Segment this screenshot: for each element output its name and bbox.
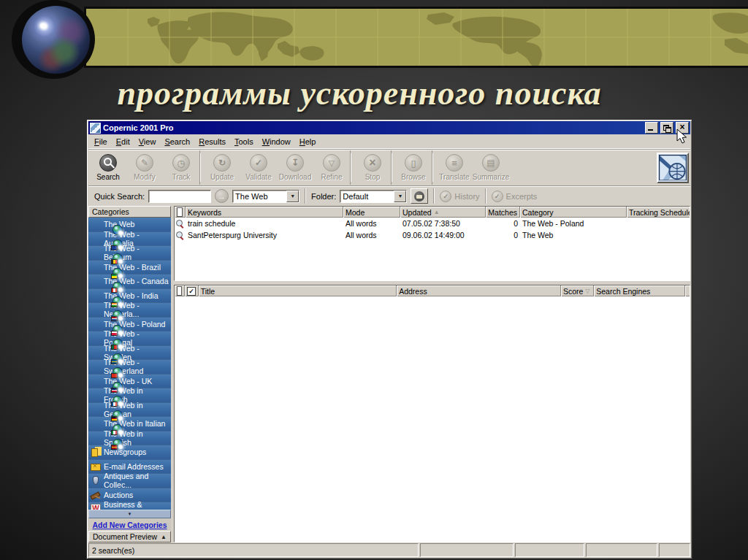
categories-header: Categories	[88, 206, 171, 218]
folder-button[interactable]	[411, 188, 428, 204]
menu-item[interactable]: Tools	[230, 136, 258, 147]
status-bar: 2 search(es)	[88, 543, 690, 557]
country-flag-icon	[111, 416, 118, 421]
scroll-down-button[interactable]: ▼	[88, 510, 171, 518]
menu-item[interactable]: Edit	[112, 136, 134, 147]
window-titlebar[interactable]: Copernic 2001 Pro	[88, 121, 690, 134]
menu-item[interactable]: Window	[258, 136, 295, 147]
checkbox-checked-icon[interactable]: ✓	[187, 287, 195, 296]
category-globe-icon	[91, 490, 101, 500]
category-item[interactable]: The Web in German	[88, 403, 171, 418]
category-globe-icon	[112, 282, 123, 292]
sort-desc-icon: ▽	[585, 288, 589, 294]
status-panel	[420, 543, 514, 557]
minimize-button[interactable]	[645, 122, 658, 134]
chevron-down-icon[interactable]: ▼	[286, 191, 299, 202]
category-globe-icon	[112, 353, 123, 364]
column-category[interactable]: Category	[520, 207, 627, 218]
mouse-cursor	[676, 129, 688, 145]
toolbar-button[interactable]: Download	[277, 150, 313, 185]
search-row[interactable]: train schedule All words 07.05.02 7:38:5…	[175, 218, 690, 229]
toolbar-button[interactable]: Translate	[436, 150, 473, 185]
toolbar-button[interactable]: Track	[163, 150, 200, 185]
toolbar-button-icon	[482, 154, 500, 172]
category-globe-icon	[112, 339, 123, 349]
toolbar-button[interactable]: Stop	[354, 150, 392, 185]
doc-column-header[interactable]	[175, 285, 185, 296]
cell-category: The Web	[520, 231, 627, 239]
menu-item[interactable]: File	[90, 136, 112, 147]
category-item[interactable]: Antiques and Collec...	[88, 474, 171, 488]
category-label: Auctions	[104, 491, 133, 499]
search-row[interactable]: SantPeterspurg University All words 09.0…	[175, 229, 690, 241]
quick-search-input[interactable]	[148, 190, 211, 203]
toolbar-button[interactable]: Search	[90, 150, 126, 185]
category-item[interactable]: The Web in Spanish	[88, 431, 171, 446]
results-grid: ✓ Title Address Score▽ Search Engines	[174, 285, 690, 542]
toolbar-button-label: Translate	[439, 173, 469, 181]
copernic-logo-button[interactable]	[657, 153, 689, 183]
cell-updated: 07.05.02 7:38:50	[400, 219, 486, 228]
column-mode[interactable]: Mode	[343, 207, 400, 218]
content-area: Categories The Web	[88, 206, 690, 542]
search-scope-select[interactable]: The Web ▼	[232, 190, 299, 203]
column-matches[interactable]: Matches	[486, 207, 520, 218]
category-globe-icon	[112, 239, 123, 250]
add-new-categories-link[interactable]: Add New Categories	[92, 521, 167, 529]
toolbar-button[interactable]: Update	[204, 150, 240, 185]
toolbar-button-icon	[446, 154, 463, 172]
toolbar-button[interactable]: Modify	[126, 150, 163, 185]
toolbar-button[interactable]: Browse	[395, 150, 432, 185]
column-search-engines[interactable]: Search Engines	[594, 285, 685, 296]
menu-item[interactable]: View	[134, 136, 161, 147]
column-title[interactable]: Title	[199, 285, 397, 296]
column-tracking-schedule[interactable]: Tracking Schedule	[627, 207, 690, 218]
category-item[interactable]: The Web - Belgium	[88, 246, 171, 261]
category-item[interactable]: The Web - Netherla...	[88, 303, 171, 318]
toolbar-button[interactable]: Summarize	[473, 150, 509, 185]
toolbar-button[interactable]: Validate	[240, 150, 277, 185]
category-item[interactable]: The Web - Canada	[88, 275, 171, 289]
excerpts-button[interactable]: ✓ Excerpts	[492, 191, 538, 202]
category-globe-icon	[112, 396, 123, 406]
category-item[interactable]: Newsgroups	[88, 445, 171, 460]
go-button[interactable]: →	[215, 189, 229, 203]
cell-mode: All words	[343, 231, 400, 239]
main-panel: Keywords Mode Updated▲ Matches Category …	[174, 206, 690, 542]
column-updated[interactable]: Updated▲	[400, 207, 486, 218]
searches-grid-header: Keywords Mode Updated▲ Matches Category …	[175, 207, 690, 218]
cell-keywords: train schedule	[186, 219, 343, 228]
column-score[interactable]: Score▽	[561, 285, 594, 296]
country-flag-icon	[111, 388, 118, 393]
copernic-window: Copernic 2001 Pro File Edit View Search …	[86, 119, 692, 559]
checkbox-column-header[interactable]: ✓	[185, 285, 198, 296]
column-keywords[interactable]: Keywords	[186, 207, 343, 218]
searches-empty-area	[175, 241, 690, 280]
toolbar-button[interactable]: Refine	[313, 150, 351, 185]
category-globe-icon	[112, 296, 123, 307]
doc-column-header[interactable]	[175, 207, 186, 218]
toolbar-button-icon	[286, 154, 304, 172]
menu-item[interactable]: Search	[160, 136, 194, 147]
folder-select[interactable]: Default ▼	[340, 190, 407, 203]
country-flag-icon	[111, 359, 118, 364]
category-item[interactable]: The Web - Switzerland	[88, 360, 171, 375]
globe-image	[22, 6, 90, 74]
world-map-graphic	[86, 9, 748, 66]
country-flag-icon	[111, 288, 118, 293]
menu-item[interactable]: Help	[295, 136, 321, 147]
country-flag-icon	[111, 345, 118, 350]
app-icon	[90, 123, 101, 134]
category-label: Antiques and Collec...	[104, 472, 169, 489]
chevron-down-icon[interactable]: ▼	[394, 191, 406, 202]
menu-item[interactable]: Results	[194, 136, 230, 147]
collapse-up-icon[interactable]: ▲	[161, 534, 167, 540]
restore-button[interactable]	[660, 122, 673, 134]
document-preview-bar[interactable]: Document Preview ▲	[88, 531, 171, 542]
column-address[interactable]: Address	[397, 285, 561, 296]
category-item[interactable]: The Web - Brazil	[88, 261, 171, 275]
category-item[interactable]: Business & Finance	[88, 502, 171, 510]
history-button[interactable]: ✓ History	[440, 191, 479, 202]
document-icon	[177, 286, 182, 296]
quick-search-bar: Quick Search: → The Web ▼ Folder: Defaul…	[88, 185, 690, 206]
